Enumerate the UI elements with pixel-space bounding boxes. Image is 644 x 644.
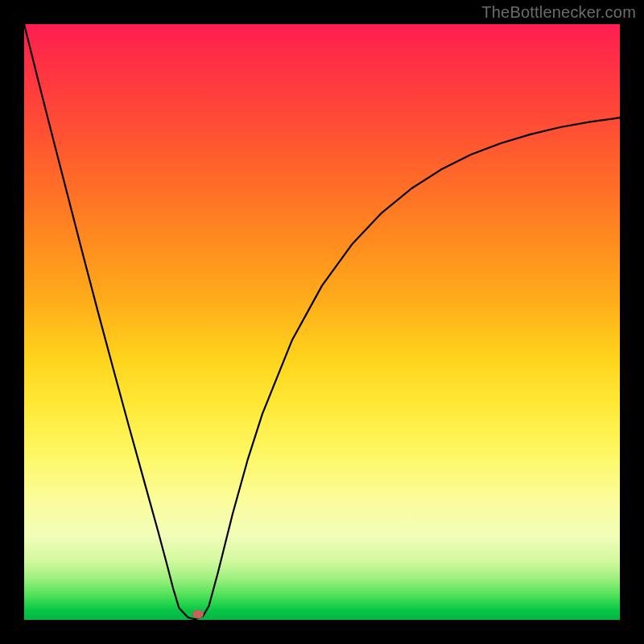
watermark-text: TheBottlenecker.com xyxy=(481,3,636,22)
plot-area xyxy=(24,24,620,620)
vertex-marker xyxy=(192,610,204,619)
chart-frame: TheBottlenecker.com xyxy=(0,0,644,644)
rainbow-gradient-bg xyxy=(24,24,620,620)
